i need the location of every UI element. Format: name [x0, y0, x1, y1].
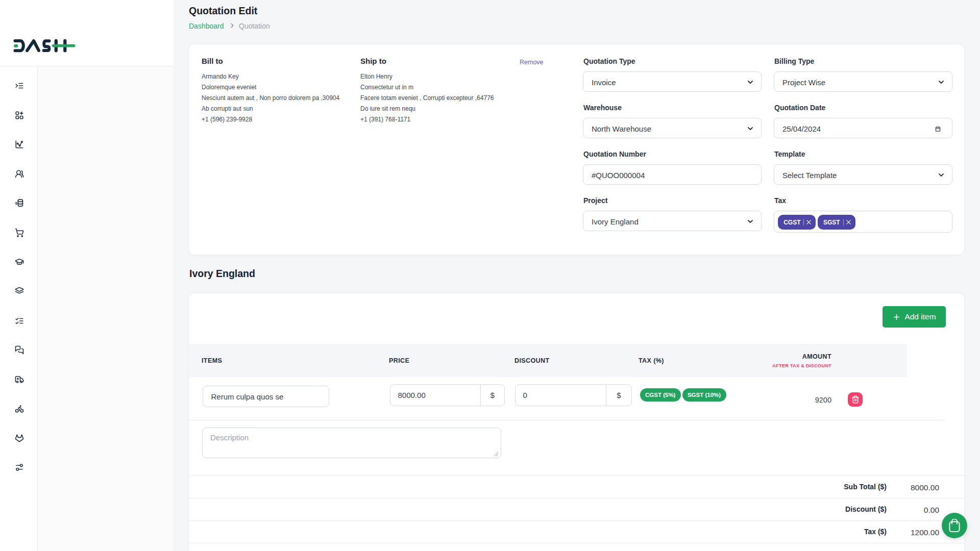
svg-text:$: $ — [15, 201, 17, 206]
